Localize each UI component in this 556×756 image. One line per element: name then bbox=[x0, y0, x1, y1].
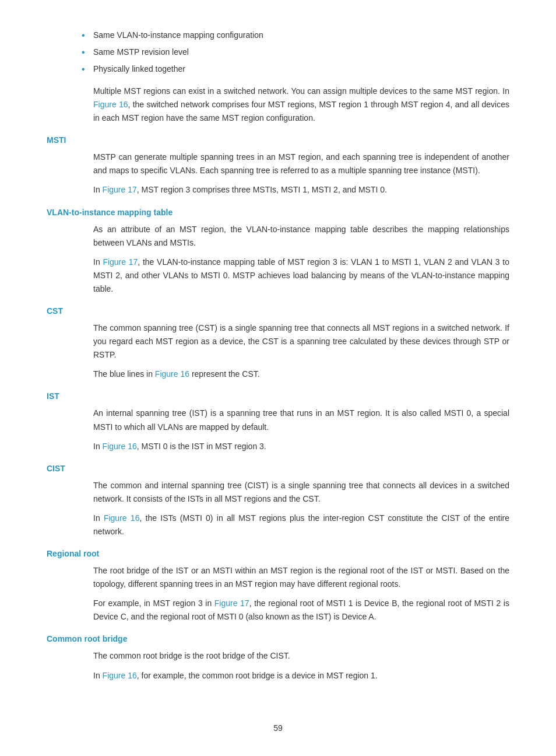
ist-para-2: In Figure 16, MSTI 0 is the IST in MST r… bbox=[47, 440, 509, 453]
figure16-link-cst[interactable]: Figure 16 bbox=[155, 369, 189, 379]
figure16-link-intro[interactable]: Figure 16 bbox=[93, 100, 128, 109]
section-regional-root: Regional root The root bridge of the IST… bbox=[47, 549, 509, 624]
msti-para-2: In Figure 17, MST region 3 comprises thr… bbox=[47, 183, 509, 197]
section-ist: IST An internal spanning tree (IST) is a… bbox=[47, 391, 509, 453]
bullet-item-3: Physically linked together bbox=[82, 63, 509, 75]
bullet-item-2: Same MSTP revision level bbox=[82, 46, 509, 58]
vlan-para-1: As an attribute of an MST region, the VL… bbox=[47, 223, 509, 250]
bullet-list: Same VLAN-to-instance mapping configurat… bbox=[47, 29, 509, 75]
cst-para-2: The blue lines in Figure 16 represent th… bbox=[47, 368, 509, 381]
section-common-root-bridge: Common root bridge The common root bridg… bbox=[47, 634, 509, 682]
intro-paragraph: Multiple MST regions can exist in a swit… bbox=[47, 85, 509, 125]
section-cst: CST The common spanning tree (CST) is a … bbox=[47, 306, 509, 381]
cist-para-1: The common and internal spanning tree (C… bbox=[47, 479, 509, 506]
common-root-para-1: The common root bridge is the root bridg… bbox=[47, 649, 509, 663]
heading-regional-root: Regional root bbox=[47, 549, 509, 558]
heading-cist: CIST bbox=[47, 464, 509, 473]
bullet-item-1: Same VLAN-to-instance mapping configurat… bbox=[82, 29, 509, 41]
figure16-link-cist[interactable]: Figure 16 bbox=[104, 513, 140, 523]
heading-ist: IST bbox=[47, 391, 509, 401]
page-number: 59 bbox=[47, 723, 509, 733]
figure17-link-regional[interactable]: Figure 17 bbox=[214, 598, 249, 608]
figure17-link-msti[interactable]: Figure 17 bbox=[103, 185, 137, 194]
heading-cst: CST bbox=[47, 306, 509, 316]
figure16-link-common-root[interactable]: Figure 16 bbox=[103, 671, 137, 680]
regional-root-para-1: The root bridge of the IST or an MSTI wi… bbox=[47, 564, 509, 591]
section-vlan-mapping: VLAN-to-instance mapping table As an att… bbox=[47, 208, 509, 296]
cist-para-2: In Figure 16, the ISTs (MSTI 0) in all M… bbox=[47, 512, 509, 538]
regional-root-para-2: For example, in MST region 3 in Figure 1… bbox=[47, 597, 509, 624]
section-msti: MSTI MSTP can generate multiple spanning… bbox=[47, 135, 509, 197]
heading-vlan-mapping: VLAN-to-instance mapping table bbox=[47, 208, 509, 217]
figure17-link-vlan[interactable]: Figure 17 bbox=[103, 257, 138, 267]
ist-para-1: An internal spanning tree (IST) is a spa… bbox=[47, 407, 509, 433]
figure16-link-ist[interactable]: Figure 16 bbox=[103, 442, 137, 451]
section-cist: CIST The common and internal spanning tr… bbox=[47, 464, 509, 538]
cst-para-1: The common spanning tree (CST) is a sing… bbox=[47, 321, 509, 362]
msti-para-1: MSTP can generate multiple spanning tree… bbox=[47, 150, 509, 177]
heading-common-root-bridge: Common root bridge bbox=[47, 634, 509, 643]
common-root-para-2: In Figure 16, for example, the common ro… bbox=[47, 669, 509, 682]
heading-msti: MSTI bbox=[47, 135, 509, 145]
page-content: Same VLAN-to-instance mapping configurat… bbox=[0, 0, 556, 756]
vlan-para-2: In Figure 17, the VLAN-to-instance mappi… bbox=[47, 256, 509, 296]
